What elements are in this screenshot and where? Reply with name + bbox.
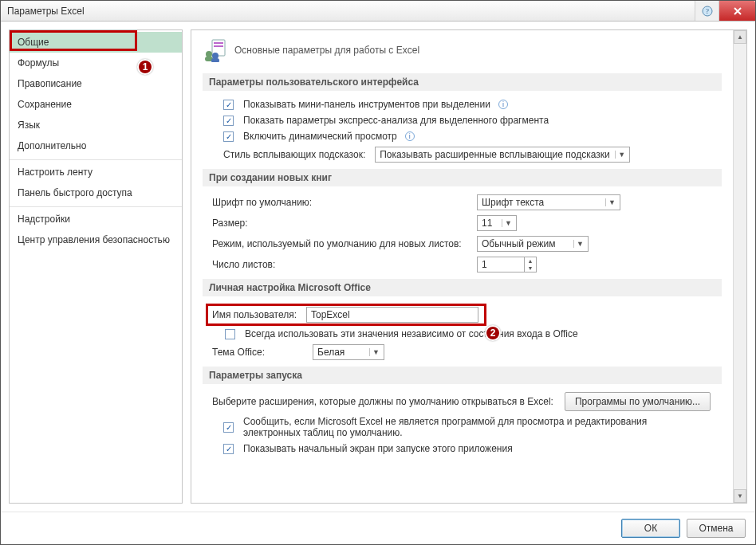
font-size-select[interactable]: 11 ▼ (477, 215, 517, 231)
sidebar-item-addins[interactable]: Надстройки (10, 206, 182, 229)
select-value: Шрифт текста (482, 197, 544, 208)
svg-rect-4 (214, 45, 223, 47)
checkbox-row-always-use[interactable]: Всегда использовать эти значения независ… (225, 328, 722, 339)
sidebar-item-proofing[interactable]: Правописание (10, 73, 182, 94)
default-font-label: Шрифт по умолчанию: (212, 197, 477, 208)
chevron-up-icon: ▲ (525, 257, 536, 265)
window-controls: ? (695, 1, 755, 21)
close-button[interactable] (719, 1, 755, 21)
sidebar-label: Дополнительно (18, 140, 86, 151)
checkbox-label: Всегда использовать эти значения независ… (245, 328, 578, 339)
sidebar-item-qat[interactable]: Панель быстрого доступа (10, 182, 182, 203)
username-input[interactable]: TopExcel (306, 307, 478, 323)
checkbox-icon (223, 100, 234, 110)
checkbox-row-quickanalysis[interactable]: Показать параметры экспресс-анализа для … (223, 115, 722, 126)
chevron-down-icon: ▼ (615, 151, 628, 159)
checkbox-row-minitoolbar[interactable]: Показывать мини-панель инструментов при … (223, 99, 722, 110)
default-view-row: Режим, используемый по умолчанию для нов… (212, 236, 722, 252)
checkbox-label: Сообщить, если Microsoft Excel не являет… (243, 416, 706, 438)
sidebar-label: Сохранение (18, 99, 72, 110)
scroll-down-button[interactable]: ▼ (734, 489, 746, 503)
checkbox-row-livepreview[interactable]: Включить динамический просмотр i (223, 131, 722, 142)
default-view-select[interactable]: Обычный режим ▼ (477, 236, 589, 252)
checkbox-label: Показывать начальный экран при запуске э… (243, 443, 513, 454)
sidebar-label: Формулы (18, 57, 59, 69)
sidebar-item-trust-center[interactable]: Центр управления безопасностью (10, 229, 182, 250)
chevron-down-icon: ▼ (502, 219, 514, 227)
section-startup: Параметры запуска (203, 367, 722, 384)
close-icon (733, 6, 742, 16)
section-personal: Личная настройка Microsoft Office (203, 279, 722, 296)
default-view-label: Режим, используемый по умолчанию для нов… (212, 238, 477, 249)
sidebar-item-formulas[interactable]: Формулы (10, 53, 182, 73)
button-label: Программы по умолчанию... (575, 396, 700, 407)
annotation-badge-1: 1 (137, 59, 153, 75)
svg-point-7 (212, 53, 219, 59)
svg-rect-8 (211, 58, 219, 62)
panel-heading: Основные параметры для работы с Excel (203, 38, 722, 62)
scroll-up-button[interactable]: ▲ (734, 30, 746, 44)
annotation-badge-2: 2 (485, 325, 501, 341)
default-font-select[interactable]: Шрифт текста ▼ (477, 194, 620, 210)
ok-button[interactable]: ОК (621, 519, 680, 538)
chevron-down-icon: ▼ (605, 198, 618, 206)
tooltip-style-label: Стиль всплывающих подсказок: (223, 149, 365, 160)
sidebar-item-customize-ribbon[interactable]: Настроить ленту (10, 159, 182, 182)
checkbox-label: Показать параметры экспресс-анализа для … (243, 115, 549, 126)
help-icon: ? (702, 6, 713, 17)
chevron-down-icon: ▼ (369, 348, 382, 356)
button-label: Отмена (699, 523, 733, 534)
input-value: TopExcel (311, 309, 350, 320)
spinner-arrows[interactable]: ▲▼ (525, 257, 537, 272)
tooltip-style-select[interactable]: Показывать расширенные всплывающие подск… (375, 147, 630, 163)
svg-rect-3 (214, 42, 223, 44)
section-ui: Параметры пользовательского интерфейса (203, 73, 722, 91)
theme-select[interactable]: Белая ▼ (313, 344, 384, 360)
checkbox-label: Включить динамический просмотр (243, 131, 397, 142)
sidebar-label: Настроить ленту (18, 167, 93, 178)
checkbox-row-start-screen[interactable]: Показывать начальный экран при запуске э… (223, 443, 722, 454)
sidebar-label: Общие (18, 37, 49, 48)
cancel-button[interactable]: Отмена (687, 519, 746, 538)
sidebar-item-general[interactable]: Общие (10, 32, 182, 53)
default-font-row: Шрифт по умолчанию: Шрифт текста ▼ (212, 194, 722, 210)
checkbox-icon (225, 329, 235, 339)
options-dialog: Параметры Excel ? Общие Формулы Правопис… (0, 0, 756, 545)
checkbox-icon (223, 422, 234, 433)
window-title: Параметры Excel (7, 6, 85, 17)
sidebar-label: Надстройки (18, 214, 70, 225)
help-button[interactable]: ? (695, 1, 719, 21)
info-icon[interactable]: i (498, 100, 508, 109)
sheet-count-row: Число листов: 1 ▲▼ (212, 257, 722, 272)
sidebar-label: Центр управления безопасностью (18, 234, 170, 245)
svg-point-5 (206, 51, 212, 57)
theme-label: Тема Office: (212, 347, 313, 358)
select-value: Обычный режим (482, 238, 556, 249)
select-value: Белая (317, 347, 345, 358)
default-programs-row: Выберите расширения, которые должны по у… (212, 392, 722, 411)
username-row: Имя пользователя: TopExcel (209, 304, 722, 325)
default-programs-button[interactable]: Программы по умолчанию... (565, 392, 711, 411)
sheet-count-label: Число листов: (212, 259, 477, 270)
sidebar-item-language[interactable]: Язык (10, 115, 182, 135)
checkbox-icon (223, 131, 234, 142)
checkbox-icon (223, 116, 234, 126)
sidebar-label: Панель быстрого доступа (18, 187, 132, 198)
tooltip-style-row: Стиль всплывающих подсказок: Показывать … (223, 147, 722, 163)
section-newbook: При создании новых книг (203, 169, 722, 186)
general-options-icon (203, 38, 226, 62)
font-size-row: Размер: 11 ▼ (212, 215, 722, 231)
chevron-down-icon: ▼ (525, 265, 536, 272)
spinner-value[interactable]: 1 (477, 257, 525, 272)
sheet-count-spinner[interactable]: 1 ▲▼ (477, 257, 537, 272)
sidebar-item-save[interactable]: Сохранение (10, 94, 182, 115)
category-sidebar: Общие Формулы Правописание Сохранение Яз… (9, 29, 183, 504)
checkbox-label: Показывать мини-панель инструментов при … (243, 99, 490, 110)
info-icon[interactable]: i (405, 131, 415, 141)
checkbox-icon (223, 444, 234, 454)
sidebar-item-advanced[interactable]: Дополнительно (10, 135, 182, 156)
dialog-body: Общие Формулы Правописание Сохранение Яз… (1, 22, 755, 512)
checkbox-row-notify-default[interactable]: Сообщить, если Microsoft Excel не являет… (223, 416, 722, 438)
select-value: Показывать расширенные всплывающие подск… (380, 149, 609, 160)
vertical-scrollbar[interactable]: ▲ ▼ (733, 30, 746, 503)
